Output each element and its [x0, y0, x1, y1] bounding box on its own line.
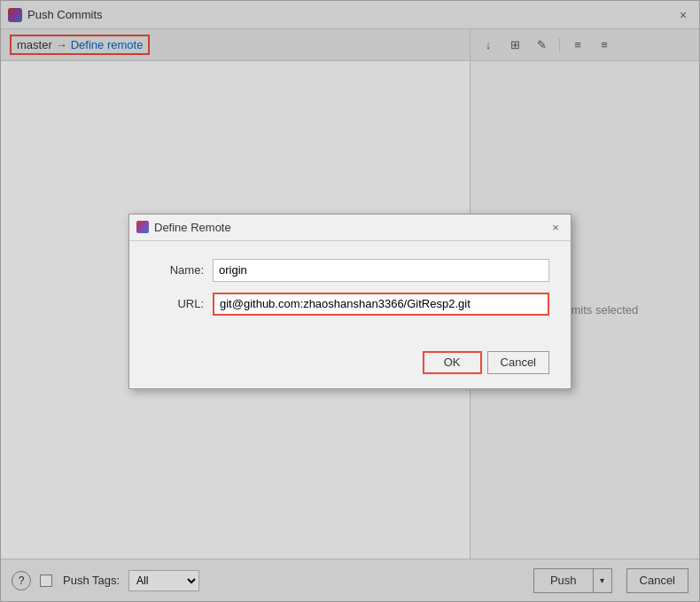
- dialog-title-bar: Define Remote ×: [129, 215, 571, 241]
- url-label: URL:: [151, 297, 204, 310]
- define-remote-dialog: Define Remote × Name: URL: OK Cancel: [128, 214, 572, 389]
- url-input[interactable]: [213, 293, 549, 316]
- dialog-title: Define Remote: [154, 221, 548, 234]
- url-row: URL:: [151, 293, 549, 316]
- name-row: Name:: [151, 259, 549, 282]
- main-window: Push Commits × master → Define remote ↓ …: [0, 0, 700, 602]
- modal-overlay: Define Remote × Name: URL: OK Cancel: [1, 1, 699, 601]
- dialog-body: Name: URL:: [129, 241, 571, 344]
- name-label: Name:: [151, 263, 204, 277]
- dialog-close-button[interactable]: ×: [548, 219, 564, 235]
- dialog-ok-button[interactable]: OK: [423, 351, 482, 374]
- dialog-footer: OK Cancel: [129, 344, 571, 388]
- name-input[interactable]: [213, 259, 549, 282]
- dialog-cancel-button[interactable]: Cancel: [487, 351, 549, 374]
- dialog-app-icon: [136, 221, 149, 233]
